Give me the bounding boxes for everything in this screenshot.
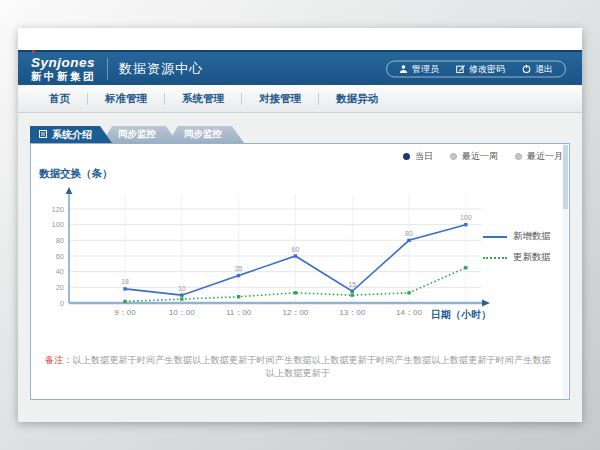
legend-item-new-data: 新增数据 xyxy=(483,230,551,243)
tab-bar: 系统介绍 同步监控 同步监控 xyxy=(30,126,244,143)
svg-text:40: 40 xyxy=(56,267,64,276)
nav-item-standard-mgmt[interactable]: 标准管理 xyxy=(88,92,164,106)
svg-text:60: 60 xyxy=(56,252,64,261)
nav-item-home[interactable]: 首页 xyxy=(32,92,87,106)
footnote: 备注：以上数据更新于时间产生数据以上数据更新于时间产生数据以上数据更新于时间产生… xyxy=(41,354,555,380)
logout-label: 退出 xyxy=(535,62,553,75)
main-nav: 首页 标准管理 系统管理 对接管理 数据异动 xyxy=(18,85,582,113)
tab-sync-monitor-1[interactable]: 同步监控 xyxy=(102,126,178,143)
legend-label: 新增数据 xyxy=(513,230,551,243)
svg-text:60: 60 xyxy=(292,246,300,253)
tab-system-intro[interactable]: 系统介绍 xyxy=(30,126,112,143)
svg-text:12：00: 12：00 xyxy=(283,308,309,317)
brand-logo: Synjones 新中新集团 xyxy=(31,56,96,82)
desktop-background: Synjones 新中新集团 数据资源中心 管理员 修改密码 xyxy=(0,0,600,450)
footnote-prefix: 备注： xyxy=(45,355,73,365)
legend-label: 更新数据 xyxy=(513,251,551,264)
nav-item-system-mgmt[interactable]: 系统管理 xyxy=(165,92,241,106)
svg-text:0: 0 xyxy=(60,299,64,308)
svg-text:11：00: 11：00 xyxy=(226,308,252,317)
scrollbar-thumb[interactable] xyxy=(563,145,568,209)
app-header: Synjones 新中新集团 数据资源中心 管理员 修改密码 xyxy=(18,50,582,85)
chart-x-axis-title: 日期（小时） xyxy=(431,308,491,322)
admin-user-button[interactable]: 管理员 xyxy=(399,62,439,75)
nav-item-data-change[interactable]: 数据异动 xyxy=(319,92,395,106)
solid-line-icon xyxy=(483,236,507,238)
svg-text:15: 15 xyxy=(348,281,356,288)
tab-label: 系统介绍 xyxy=(52,128,92,142)
footnote-text: 以上数据更新于时间产生数据以上数据更新于时间产生数据以上数据更新于时间产生数据以… xyxy=(73,355,551,378)
chart-legend: 新增数据 更新数据 xyxy=(483,230,551,272)
nav-item-interface-mgmt[interactable]: 对接管理 xyxy=(242,92,318,106)
tab-sync-monitor-2[interactable]: 同步监控 xyxy=(168,126,244,143)
change-password-label: 修改密码 xyxy=(469,62,505,75)
header-divider xyxy=(107,58,108,80)
svg-text:10: 10 xyxy=(178,285,186,292)
svg-text:80: 80 xyxy=(56,236,64,245)
legend-item-updated-data: 更新数据 xyxy=(483,251,551,264)
brand-logo-text: Synjones xyxy=(31,56,96,70)
user-actions: 管理员 修改密码 退出 xyxy=(386,60,566,77)
app-window: Synjones 新中新集团 数据资源中心 管理员 修改密码 xyxy=(18,28,582,422)
admin-user-label: 管理员 xyxy=(412,62,439,75)
page-title: 数据资源中心 xyxy=(119,60,203,78)
svg-text:18: 18 xyxy=(121,278,129,285)
change-password-button[interactable]: 修改密码 xyxy=(456,62,505,75)
svg-text:35: 35 xyxy=(235,265,243,272)
dotted-line-icon xyxy=(483,257,507,259)
svg-text:13：00: 13：00 xyxy=(339,308,365,317)
user-icon xyxy=(399,64,408,73)
panel-scrollbar[interactable] xyxy=(563,145,568,398)
tab-label: 同步监控 xyxy=(184,128,222,141)
tab-label: 同步监控 xyxy=(118,128,156,141)
content-area: 系统介绍 同步监控 同步监控 当日 最近一周 xyxy=(18,113,582,422)
svg-text:100: 100 xyxy=(51,220,64,229)
svg-text:80: 80 xyxy=(405,230,413,237)
svg-text:20: 20 xyxy=(56,283,64,292)
svg-text:100: 100 xyxy=(460,214,472,221)
brand-logo-cn: 新中新集团 xyxy=(31,71,96,82)
logout-button[interactable]: 退出 xyxy=(522,62,553,75)
svg-text:10：00: 10：00 xyxy=(169,308,195,317)
logo-red-dot-icon xyxy=(32,50,35,53)
svg-text:14：00: 14：00 xyxy=(396,308,422,317)
power-icon xyxy=(522,64,531,73)
edit-icon xyxy=(456,64,465,73)
svg-text:120: 120 xyxy=(51,205,64,214)
chart-panel: 当日 最近一周 最近一月 数据交换（条） 0204060801001209：00… xyxy=(30,143,570,400)
document-icon xyxy=(39,129,47,140)
svg-text:9：00: 9：00 xyxy=(114,308,136,317)
